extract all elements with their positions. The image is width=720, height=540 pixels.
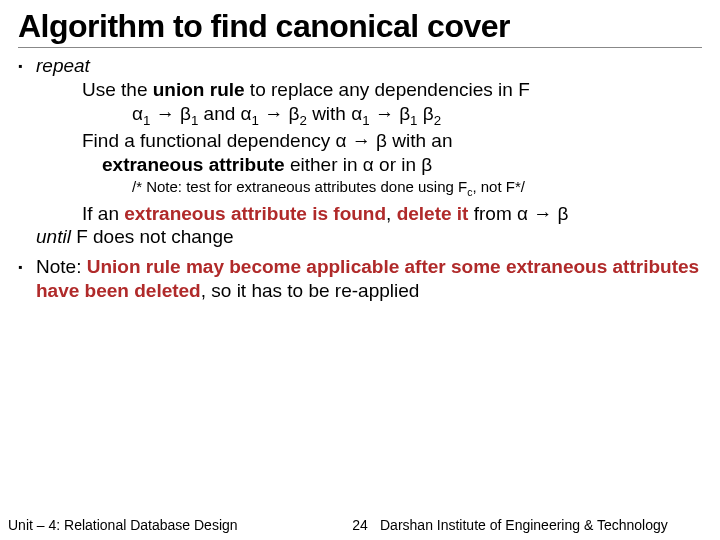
footer-institute: Darshan Institute of Engineering & Techn…: [380, 517, 720, 533]
line-if: If an extraneous attribute is found, del…: [82, 202, 702, 226]
repeat-keyword: repeat: [36, 55, 90, 76]
slide-footer: Unit – 4: Relational Database Design 24 …: [0, 510, 720, 540]
line-until: until F does not change: [36, 225, 702, 249]
note-comment: /* Note: test for extraneous attributes …: [132, 178, 702, 199]
bullet-note: ▪ Note: Union rule may become applicable…: [18, 255, 702, 303]
slide-content: ▪ repeat Use the union rule to replace a…: [18, 54, 702, 305]
slide: Algorithm to find canonical cover ▪ repe…: [0, 0, 720, 540]
line-find-cont: extraneous attribute either in α or in β: [102, 153, 702, 177]
footer-unit: Unit – 4: Relational Database Design: [0, 517, 340, 533]
footer-page-number: 24: [340, 517, 380, 533]
bullet-mark-icon: ▪: [18, 255, 36, 303]
line-union: Use the union rule to replace any depend…: [82, 78, 702, 102]
bullet-repeat: ▪ repeat Use the union rule to replace a…: [18, 54, 702, 249]
line-rule: α1 → β1 and α1 → β2 with α1 → β1 β2: [132, 102, 702, 129]
line-find: Find a functional dependency α → β with …: [82, 129, 702, 153]
slide-title: Algorithm to find canonical cover: [18, 8, 702, 48]
bullet-mark-icon: ▪: [18, 54, 36, 249]
